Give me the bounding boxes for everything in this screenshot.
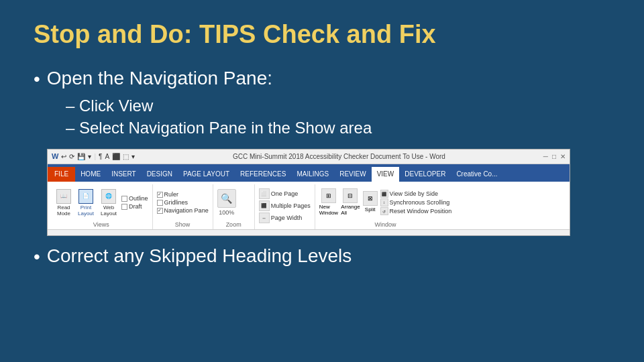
pages-options: ⬜ One Page ⬛ Multiple Pages ↔ Page Width [259,188,311,223]
draft-checkbox[interactable] [121,204,127,210]
bullet-2-text: Correct any Skipped Heading Levels [47,245,352,267]
web-layout-icon: 🌐 [101,189,116,204]
view-side-icon: ⬛ [380,190,388,198]
zoom-value: 100% [219,209,234,216]
show-checkboxes: ✓ Ruler Gridlines ✓ Navigation Pane [157,191,209,214]
maximize-icon: □ [552,153,556,160]
pages-items: ⬜ One Page ⬛ Multiple Pages ↔ Page Width [259,184,311,228]
print-layout-icon: 📄 [78,189,93,204]
close-icon: ✕ [560,153,566,160]
format-icon: ¶ [99,153,102,160]
gridlines-label: Gridlines [164,199,189,206]
new-window-label: NewWindow [319,204,338,216]
tab-view[interactable]: VIEW [372,167,400,182]
zoom-items: 🔍 100% [217,184,250,221]
zoom-icon[interactable]: 🔍 [217,189,236,208]
view-side-label: View Side by Side [390,190,438,197]
ribbon-top-bar: W ↩ ⟳ 💾 ▾ | ¶ A ⬛ ⬚ ▾ GCC Mini-Summit 20… [48,149,570,164]
read-mode-icon: 📖 [56,189,71,204]
zoom-group: 🔍 100% Zoom [215,184,255,229]
arrange-all-icon: ⊟ [343,188,358,203]
reset-window-icon: ↺ [380,207,388,215]
print-layout-label: PrintLayout [78,204,94,217]
nav-pane-cb: ✓ Navigation Pane [157,207,209,214]
one-page-label: One Page [271,190,299,197]
save-icon: 💾 [77,153,85,160]
bullet-1: • Open the Navigation Pane: [34,68,610,90]
view-checkboxes: Outline Draft [121,195,148,210]
views-group: 📖 ReadMode 📄 PrintLayout 🌐 WebLayout [52,184,153,229]
page-width-icon[interactable]: ↔ [259,213,270,223]
window-title: GCC Mini-Summit 2018 Accessibility Check… [135,153,543,160]
nav-pane-checkbox[interactable]: ✓ [157,208,163,214]
sync-scrolling-label: Synchronous Scrolling [390,199,450,206]
sync-scrolling-item: ↕ Synchronous Scrolling [380,198,452,206]
word-icon: W [52,152,58,160]
arrange-all-btn[interactable]: ⊟ ArrangeAll [341,188,360,216]
tab-review[interactable]: REVIEW [334,167,371,182]
print-layout-btn[interactable]: 📄 PrintLayout [76,188,96,218]
multi-page-label: Multiple Pages [271,202,311,209]
more-icon: ▾ [88,153,91,160]
views-items: 📖 ReadMode 📄 PrintLayout 🌐 WebLayout [54,184,148,221]
pages-group: ⬜ One Page ⬛ Multiple Pages ↔ Page Width [256,184,315,229]
show-group-label: Show [157,221,209,229]
tab-references[interactable]: REFERENCES [235,167,291,182]
read-mode-btn[interactable]: 📖 ReadMode [54,188,73,218]
window-controls: ─ □ ✕ [543,153,566,160]
window-items: ⊞ NewWindow ⊟ ArrangeAll ⊠ Split [319,184,451,221]
slide: Stop and Do: TIPS Check and Fix • Open t… [0,0,644,362]
new-window-btn[interactable]: ⊞ NewWindow [319,188,338,216]
gridlines-checkbox[interactable] [157,200,163,206]
tab-insert[interactable]: INSERT [106,167,142,182]
tab-page-layout[interactable]: PAGE LAYOUT [178,167,235,182]
bullet-1-text: Open the Navigation Pane: [47,68,272,89]
undo-icon: ↩ [61,153,66,160]
web-layout-label: WebLayout [101,204,117,217]
ruler-checkbox[interactable]: ✓ [157,192,163,198]
pages-group-label [259,228,311,229]
tab-creative[interactable]: Creative Co... [451,167,502,182]
view-side-by-side-item: ⬛ View Side by Side [380,190,452,198]
zoom-area: 🔍 100% [217,189,236,216]
split-btn[interactable]: ⊠ Split [363,191,378,213]
ruler-label: Ruler [164,191,179,198]
reset-window-position-label: Reset Window Position [390,208,452,215]
separator: | [94,153,96,160]
ruler-cb: ✓ Ruler [157,191,209,198]
slide-title: Stop and Do: TIPS Check and Fix [34,20,610,49]
tab-design[interactable]: DESIGN [142,167,178,182]
web-layout-btn[interactable]: 🌐 WebLayout [99,188,119,218]
tab-mailings[interactable]: MAILINGS [291,167,334,182]
sub-bullet-2: – Select Navigation Pane in the Show are… [66,117,610,139]
redo-icon: ⟳ [69,153,74,160]
sub-bullets: – Click View – Select Navigation Pane in… [66,95,610,139]
gridlines-cb: Gridlines [157,199,209,206]
nav-pane-label: Navigation Pane [164,207,209,214]
split-label: Split [365,206,376,213]
tab-file[interactable]: FILE [48,167,75,182]
window-group-label: Window [319,221,451,229]
draft-label: Draft [129,203,142,210]
window-right-options: ⬛ View Side by Side ↕ Synchronous Scroll… [380,190,452,215]
read-mode-label: ReadMode [57,204,70,217]
word-ribbon: W ↩ ⟳ 💾 ▾ | ¶ A ⬛ ⬚ ▾ GCC Mini-Summit 20… [48,149,570,236]
one-page-icon[interactable]: ⬜ [259,188,270,199]
show-group: ✓ Ruler Gridlines ✓ Navigation Pane [154,184,213,229]
outline-checkbox[interactable] [121,196,127,202]
sub-bullet-1: – Click View [66,95,610,117]
window-icons: ⊞ NewWindow ⊟ ArrangeAll ⊠ Split [319,188,378,216]
new-window-icon: ⊞ [321,188,336,203]
tab-developer[interactable]: DEVELOPER [399,167,451,182]
arrange-all-label: ArrangeAll [341,204,360,216]
draft-cb: Draft [121,203,148,210]
split-icon: ⊠ [363,191,378,206]
one-page-item: ⬜ One Page [259,188,311,199]
ribbon-screenshot: W ↩ ⟳ 💾 ▾ | ¶ A ⬛ ⬚ ▾ GCC Mini-Summit 20… [47,149,570,236]
views-group-label: Views [54,221,148,229]
multi-page-icon[interactable]: ⬛ [259,200,270,211]
bullet-2: • Correct any Skipped Heading Levels [34,245,610,268]
highlight-icon: ⬛ [112,153,120,160]
tab-home[interactable]: HOME [75,167,106,182]
page-width-item: ↔ Page Width [259,213,311,223]
